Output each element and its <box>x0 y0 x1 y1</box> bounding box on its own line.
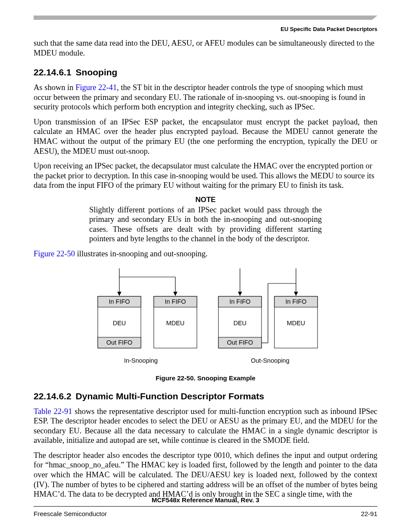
figure-snooping-example: In FIFO DEU Out FIFO In FIFO MDEU In-Sno… <box>34 264 377 372</box>
in-fifo-label: In FIFO <box>285 298 306 305</box>
footer-left: Freescale Semiconductor <box>34 510 107 517</box>
header-rule <box>34 16 377 20</box>
deu-label: DEU <box>234 319 247 326</box>
snooping-p1: As shown in Figure 22-41, the ST bit in … <box>34 83 377 112</box>
figure-caption: Figure 22-50. Snooping Example <box>34 374 377 382</box>
mdeu-label: MDEU <box>287 319 305 326</box>
figure-xref[interactable]: Figure 22-50 <box>34 249 75 258</box>
note-label: NOTE <box>34 196 377 204</box>
in-fifo-label: In FIFO <box>229 298 250 305</box>
deu-label: DEU <box>113 319 126 326</box>
intro-paragraph: such that the same data read into the DE… <box>34 38 377 58</box>
in-fifo-label: In FIFO <box>109 298 130 305</box>
section-heading-dynamic: 22.14.6.2Dynamic Multi-Function Descript… <box>34 391 377 401</box>
section-title: Snooping <box>76 67 118 77</box>
section-heading-snooping: 22.14.6.1Snooping <box>34 67 377 78</box>
out-fifo-label: Out FIFO <box>227 339 253 345</box>
footer-right: 22-91 <box>361 510 377 517</box>
snooping-p3: Upon receiving an IPSec packet, the deca… <box>34 161 377 190</box>
in-fifo-label: In FIFO <box>165 298 186 305</box>
note-body: Slightly different portions of an IPSec … <box>89 205 322 244</box>
mdeu-label: MDEU <box>166 319 185 326</box>
section-number: 22.14.6.2 <box>34 391 72 401</box>
section-number: 22.14.6.1 <box>34 67 72 77</box>
dynamic-p2: The descriptor header also encodes the d… <box>34 451 377 499</box>
page-footer: MCF548x Reference Manual, Rev. 3 Freesca… <box>34 496 377 517</box>
footer-title: MCF548x Reference Manual, Rev. 3 <box>34 496 377 504</box>
in-snooping-label: In-Snooping <box>124 357 158 364</box>
running-header: EU Specific Data Packet Descriptors <box>34 26 377 32</box>
section-title: Dynamic Multi-Function Descriptor Format… <box>76 391 265 401</box>
snooping-p4: Figure 22-50 illustrates in-snooping and… <box>34 249 377 259</box>
out-snooping-label: Out-Snooping <box>251 357 289 364</box>
figure-xref[interactable]: Figure 22-41 <box>75 83 117 92</box>
dynamic-p1: Table 22-91 shows the representative des… <box>34 407 377 445</box>
snooping-p2: Upon transmission of an IPSec ESP packet… <box>34 117 377 156</box>
table-xref[interactable]: Table 22-91 <box>34 407 72 416</box>
out-fifo-label: Out FIFO <box>106 339 132 345</box>
